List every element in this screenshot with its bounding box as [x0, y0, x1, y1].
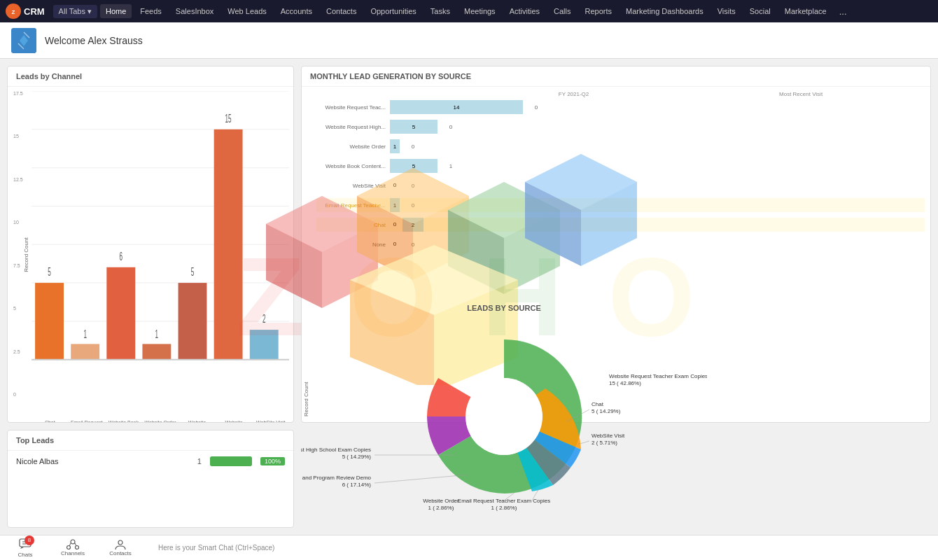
monthly-row-2: Website Order 1 0: [316, 139, 925, 153]
bottom-right-spacer: [301, 430, 931, 528]
nav-webleads[interactable]: Web Leads: [222, 4, 272, 18]
nav-meetings[interactable]: Meetings: [458, 4, 501, 18]
channels-icon: [66, 539, 79, 550]
avatar: [11, 28, 36, 53]
monthly-bar-1-1: 5: [390, 120, 438, 134]
y-label-6: 2.5: [13, 349, 23, 354]
monthly-row-3: Website Book Content... 5 1: [316, 159, 925, 173]
status-bar: 8 Chats Channels Contacts Here is your S…: [0, 535, 938, 560]
monthly-lead-gen-panel: MONTHLY LEAD GENERATION BY SOURCE Record…: [301, 66, 931, 423]
monthly-row-label-0: Website Request Teac...: [316, 104, 390, 111]
all-tabs-button[interactable]: All Tabs ▾: [53, 5, 97, 18]
top-navigation: Z CRM All Tabs ▾ Home Feeds SalesInbox W…: [0, 0, 938, 22]
bar-website-request-1: [178, 283, 207, 360]
nav-reports[interactable]: Reports: [579, 4, 617, 18]
bar-website-request-2: [214, 130, 243, 360]
chat-icon-wrap: 8: [19, 538, 31, 552]
top-leads-panel: Top Leads Nicole Albas 1 100%: [7, 430, 294, 528]
top-leads-row-0: Nicole Albas 1 100%: [16, 456, 285, 466]
nav-accounts[interactable]: Accounts: [275, 4, 318, 18]
svg-line-56: [69, 543, 71, 546]
bar-email-request: [71, 344, 99, 359]
monthly-val-2-2: 0: [402, 144, 424, 150]
nav-contacts[interactable]: Contacts: [321, 4, 362, 18]
monthly-bar-5-1: 1: [390, 198, 400, 212]
nav-feeds[interactable]: Feeds: [134, 4, 167, 18]
nav-salesinbox[interactable]: SalesInbox: [170, 4, 219, 18]
y-label-5: 5: [13, 306, 23, 311]
channels-label: Channels: [61, 550, 85, 556]
monthly-val-4-2: 0: [402, 183, 424, 189]
nav-social[interactable]: Social: [744, 4, 776, 18]
nav-tasks[interactable]: Tasks: [425, 4, 456, 18]
svg-text:2: 2: [262, 312, 266, 326]
monthly-row-label-3: Website Book Content...: [316, 163, 390, 169]
lead-pct-0: 100%: [260, 457, 285, 465]
svg-point-55: [76, 546, 79, 550]
monthly-val-5-2: 0: [402, 202, 424, 209]
monthly-row-0: Website Request Teac... 14 0: [316, 100, 925, 114]
x-label-6: WebSite Visit: [252, 420, 289, 423]
col2-header: Most Recent Visit: [779, 91, 822, 97]
nav-marketplace[interactable]: Marketplace: [779, 4, 832, 18]
lead-bar-fill-0: [210, 456, 252, 466]
x-label-4: Website Request...: [178, 420, 216, 423]
monthly-lead-gen-title: MONTHLY LEAD GENERATION BY SOURCE: [302, 66, 930, 87]
status-chats[interactable]: 8 Chats: [8, 538, 42, 558]
bar-chart-area: Record Count 17.5 15 12.5 10 7.5 5 2.5 0: [8, 87, 293, 422]
welcome-bar: Welcome Alex Strauss: [0, 22, 938, 59]
lead-bar-0: [210, 456, 252, 466]
contacts-icon: [114, 539, 127, 550]
x-label-2: Website Book Co...: [105, 420, 142, 423]
contacts-label: Contacts: [109, 550, 132, 556]
logo-icon: Z: [6, 4, 21, 19]
x-label-1: Email Request T...: [69, 420, 106, 423]
monthly-val-6-1: 0: [390, 218, 400, 232]
monthly-row-label-4: WebSite Visit: [316, 183, 390, 189]
monthly-rows-area: FY 2021-Q2 Most Recent Visit Website Req…: [311, 87, 930, 422]
monthly-bar-6-2: 2: [402, 218, 424, 232]
svg-text:1: 1: [83, 328, 87, 341]
lead-name-0: Nicole Albas: [16, 457, 189, 465]
nav-home[interactable]: Home: [100, 4, 132, 18]
svg-text:5: 5: [48, 265, 51, 279]
status-contacts[interactable]: Contacts: [104, 539, 137, 556]
monthly-bar-3-1: 5: [390, 159, 438, 173]
monthly-row-label-2: Website Order: [316, 144, 390, 150]
x-label-0: Chat: [31, 420, 69, 423]
y-axis-label: Record Count: [23, 237, 29, 272]
status-channels[interactable]: Channels: [56, 539, 90, 556]
monthly-row-5: Email Request Teache... 1 0: [316, 198, 925, 212]
monthly-chart-container: Record Count FY 2021-Q2 Most Recent Visi…: [302, 87, 930, 422]
svg-text:5: 5: [191, 265, 195, 279]
bar-website-book: [106, 267, 135, 360]
x-label-5: Website Request...: [216, 420, 253, 423]
nav-activities[interactable]: Activities: [504, 4, 545, 18]
svg-point-53: [71, 540, 75, 544]
leads-by-channel-panel: Leads by Channel Record Count 17.5 15 12…: [7, 66, 294, 423]
monthly-row-label-7: None: [316, 241, 390, 248]
nav-visits[interactable]: Visits: [712, 4, 741, 18]
svg-text:6: 6: [120, 249, 123, 262]
monthly-val-7-2: 0: [402, 241, 424, 248]
monthly-val-1-2: 0: [440, 124, 461, 130]
y-label-3: 10: [13, 220, 23, 225]
nav-marketing-dashboards[interactable]: Marketing Dashboards: [620, 4, 709, 18]
bar-website-order: [142, 344, 171, 359]
svg-text:Z: Z: [12, 9, 15, 15]
svg-line-57: [75, 543, 76, 546]
monthly-bar-2-1: 1: [390, 139, 400, 153]
nav-calls[interactable]: Calls: [548, 4, 576, 18]
y-label-4: 7.5: [13, 263, 23, 268]
svg-text:1: 1: [155, 328, 159, 341]
nav-more-button[interactable]: ...: [835, 4, 851, 20]
app-logo: Z CRM: [6, 4, 45, 19]
y-label-0: 17.5: [13, 91, 23, 96]
welcome-message: Welcome Alex Strauss: [45, 35, 143, 46]
monthly-val-4-1: 0: [390, 178, 400, 192]
chat-badge: 8: [24, 536, 34, 545]
nav-opportunities[interactable]: Opportunities: [365, 4, 421, 18]
monthly-val-3-2: 1: [440, 163, 461, 169]
top-leads-content: Nicole Albas 1 100%: [8, 451, 293, 472]
x-label-3: Website Order: [142, 420, 179, 423]
